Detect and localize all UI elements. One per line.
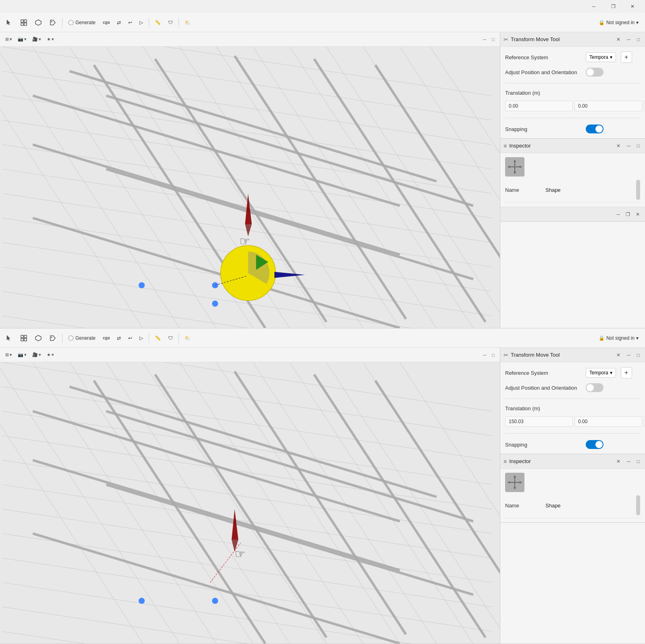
ref-dropdown-2[interactable]: Tempora ▾ (586, 368, 616, 378)
shape-svg-icon-1 (508, 160, 522, 174)
inspector-body-1: Name Shape (500, 153, 645, 207)
vt-cam-btn-2[interactable]: 📷▾ (16, 351, 29, 359)
insp-bottom-max-1[interactable]: ❐ (624, 211, 632, 218)
insp-bottom-close-1[interactable]: ✕ (634, 211, 642, 218)
shield-btn-2[interactable]: 🛡 (166, 334, 175, 343)
play-btn-2[interactable]: ▷ (137, 334, 146, 343)
add-ref-btn-1[interactable]: + (621, 52, 632, 63)
trans-x-input-1[interactable] (505, 101, 573, 111)
inspector-close-btn-1[interactable]: ✕ (614, 142, 622, 150)
trans-y-input-2[interactable] (574, 416, 642, 427)
trans-y-input-1[interactable] (574, 101, 642, 111)
vt-minimize-btn-1[interactable]: ─ (481, 36, 489, 43)
play-btn-1[interactable]: ▷ (137, 18, 146, 27)
weather-btn-2[interactable]: ⛅ (182, 334, 193, 343)
divider-1a (505, 83, 640, 83)
vt-cam-btn-1[interactable]: 📷▾ (16, 35, 29, 43)
vt-maximize-btn-1[interactable]: □ (490, 36, 497, 43)
svg-marker-119 (514, 487, 516, 490)
cga-btn-1[interactable]: cga (100, 19, 112, 26)
vt-star-btn-1[interactable]: ★▾ (45, 35, 56, 43)
tag-tool-btn-2[interactable] (47, 333, 59, 343)
grid-tool-btn-2[interactable] (18, 333, 30, 343)
inspector-shape-icon-2 (505, 473, 524, 492)
trans-x-input-2[interactable] (505, 416, 573, 427)
maximize-button[interactable]: ❐ (604, 0, 622, 12)
transform-body-2: Reference System Tempora ▾ + A (500, 362, 645, 454)
inspector-min-btn-2[interactable]: ─ (625, 458, 633, 465)
close-button[interactable]: ✕ (623, 0, 642, 12)
ref-system-row-1: Reference System Tempora ▾ + (505, 52, 640, 63)
inspector-max-btn-2[interactable]: □ (635, 458, 642, 465)
right-panel-1: ✂ Transform Move Tool ✕ ─ □ Reference Sy… (500, 32, 645, 328)
not-signed-in-1[interactable]: 🔒 Not signed in ▾ (595, 18, 642, 27)
arrows-btn-2[interactable]: ⇄ (114, 334, 123, 343)
snapping-row-2: Snapping (505, 440, 640, 449)
adjust-row-1: Adjust Position and Orientation (505, 68, 640, 77)
generate-btn-1[interactable]: Generate (66, 18, 98, 27)
inspector-max-btn-1[interactable]: □ (635, 142, 642, 150)
weather-btn-1[interactable]: ⛅ (182, 18, 193, 27)
lock-icon-2: 🔒 (599, 335, 605, 341)
snapping-toggle-1[interactable] (586, 125, 603, 133)
ruler-btn-2[interactable]: 📏 (152, 334, 163, 343)
select-tool-btn-2[interactable] (3, 333, 15, 343)
vt-minimize-btn-2[interactable]: ─ (481, 351, 489, 359)
tag-tool-btn-1[interactable] (47, 17, 59, 28)
title-bar: ─ ❐ ✕ (0, 0, 645, 13)
vt-star-btn-2[interactable]: ★▾ (45, 351, 56, 359)
add-ref-btn-2[interactable]: + (621, 367, 632, 378)
adjust-toggle-1[interactable] (586, 68, 603, 77)
sep-4 (62, 333, 62, 343)
insp-bottom-min-1[interactable]: ─ (614, 211, 622, 218)
box-tool-btn-2[interactable] (32, 333, 44, 343)
adjust-toggle-2[interactable] (586, 383, 603, 392)
transform-panel-2: ✂ Transform Move Tool ✕ ─ □ Reference Sy… (500, 348, 645, 454)
svg-point-47 (139, 282, 145, 288)
transform-max-btn-1[interactable]: □ (635, 36, 642, 43)
transform-body-1: Reference System Tempora ▾ + A (500, 47, 645, 138)
scroll-stub-1[interactable] (636, 180, 640, 200)
cga-btn-2[interactable]: cga (100, 334, 112, 342)
star-icon-2: ★ (47, 352, 51, 357)
inspector-shape-icon-1 (505, 157, 524, 177)
transform-min-btn-2[interactable]: ─ (625, 351, 633, 359)
inspector-min-btn-1[interactable]: ─ (625, 142, 633, 150)
vt-maximize-btn-2[interactable]: □ (490, 351, 497, 359)
transform-close-btn-1[interactable]: ✕ (614, 36, 622, 43)
svg-point-49 (212, 301, 218, 307)
scroll-stub-2[interactable] (636, 495, 640, 515)
vt-network-btn-2[interactable]: ⊞▾ (3, 351, 14, 359)
snapping-toggle-2[interactable] (586, 440, 603, 449)
vt-film-btn-2[interactable]: 🎥▾ (30, 351, 43, 359)
select-tool-btn-1[interactable] (3, 17, 15, 28)
inspector-panel-1: ≡ Inspector ✕ ─ □ (500, 139, 645, 222)
viewport-2[interactable]: ⊞▾ 📷▾ 🎥▾ ★▾ ─ □ (0, 348, 500, 644)
undo-btn-2[interactable]: ↩ (126, 334, 135, 343)
box-icon (35, 19, 42, 26)
vt-network-btn-1[interactable]: ⊞▾ (3, 35, 14, 43)
arrows-btn-1[interactable]: ⇄ (114, 18, 123, 27)
transform-close-btn-2[interactable]: ✕ (614, 351, 622, 359)
ruler-btn-1[interactable]: 📏 (152, 18, 163, 27)
box-tool-btn-1[interactable] (32, 17, 44, 28)
svg-marker-67 (35, 335, 41, 341)
vt-film-btn-1[interactable]: 🎥▾ (30, 35, 43, 43)
arrows-icon: ⇄ (117, 20, 121, 25)
svg-rect-64 (24, 335, 27, 338)
inspector-name-row-2: Name Shape (505, 495, 640, 518)
generate-label-2: Generate (75, 335, 96, 341)
grid-tool-btn-1[interactable] (18, 17, 30, 28)
generate-btn-2[interactable]: Generate (66, 334, 98, 343)
shield-btn-1[interactable]: 🛡 (166, 18, 175, 27)
adjust-label-1: Adjust Position and Orientation (505, 69, 586, 75)
undo-btn-1[interactable]: ↩ (126, 18, 135, 27)
not-signed-in-2[interactable]: 🔒 Not signed in ▾ (595, 334, 642, 343)
svg-marker-117 (508, 481, 510, 484)
ref-dropdown-1[interactable]: Tempora ▾ (586, 52, 616, 62)
transform-max-btn-2[interactable]: □ (635, 351, 642, 359)
minimize-button[interactable]: ─ (585, 0, 603, 12)
transform-min-btn-1[interactable]: ─ (625, 36, 633, 43)
inspector-close-btn-2[interactable]: ✕ (614, 458, 622, 465)
viewport-1[interactable]: ⊞▾ 📷▾ 🎥▾ ★▾ ─ □ (0, 32, 500, 328)
